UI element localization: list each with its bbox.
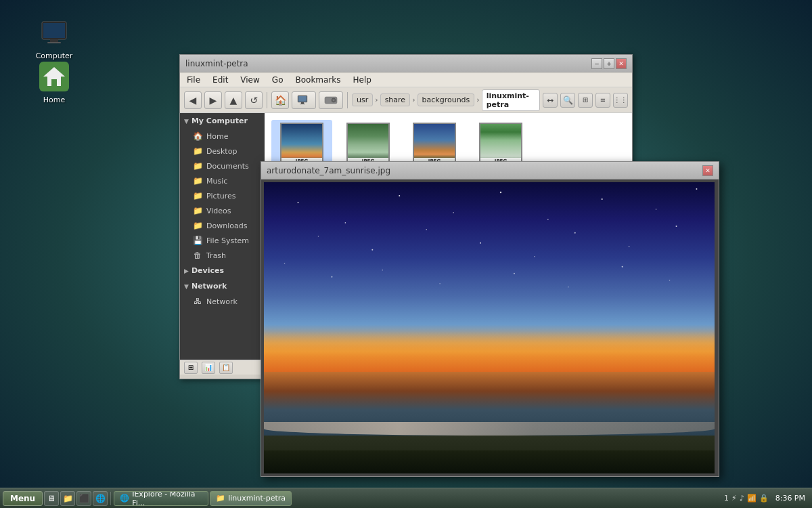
- menu-go[interactable]: Go: [269, 75, 286, 85]
- system-clock: 8:36 PM: [771, 494, 809, 503]
- svg-rect-2: [50, 39, 58, 42]
- sidebar-item-documents[interactable]: 📁 Documents: [180, 158, 265, 173]
- list-view-button[interactable]: ≡: [595, 93, 610, 108]
- filemanager-titlebar: linuxmint-petra − + ✕: [180, 55, 632, 72]
- svg-point-34: [514, 273, 515, 274]
- sidebar-section-mycomputer[interactable]: ▼ My Computer: [180, 113, 265, 129]
- menu-bookmarks[interactable]: Bookmarks: [292, 75, 343, 85]
- path-mode-button[interactable]: ↔: [543, 93, 558, 108]
- icon-view-button[interactable]: ⊞: [578, 93, 593, 108]
- taskbar: Menu 🖥 📁 ⬛ 🌐 🌐 IExplore - Mozilla Fi... …: [0, 488, 812, 508]
- viewer-window-controls: ✕: [702, 165, 713, 176]
- toolbar: ◀ ▶ ▲ ↺ 🏠 usr › share › backgrounds › li…: [180, 87, 632, 113]
- svg-point-23: [371, 249, 373, 251]
- sidebar-item-videos[interactable]: 📁 Videos: [180, 203, 265, 218]
- desktop-icon-computer[interactable]: Computer: [27, 14, 81, 63]
- taskbar-sep-1: [110, 492, 111, 505]
- tray-network[interactable]: 📶: [747, 494, 757, 503]
- svg-point-22: [318, 236, 319, 237]
- status-btn-1[interactable]: ⊞: [184, 362, 198, 374]
- taskbar-terminal[interactable]: ⬛: [76, 491, 91, 506]
- compact-view-button[interactable]: ⋮⋮: [613, 93, 628, 108]
- taskbar-window-iexplore[interactable]: 🌐 IExplore - Mozilla Fi...: [114, 491, 208, 506]
- toolbar-separator-2: [347, 92, 348, 108]
- sidebar-item-filesystem[interactable]: 💾 File System: [180, 233, 265, 248]
- svg-point-12: [333, 100, 334, 101]
- taskbar-browser[interactable]: 🌐: [93, 491, 108, 506]
- refresh-button[interactable]: ↺: [245, 91, 263, 109]
- home-button[interactable]: 🏠: [271, 91, 289, 109]
- tray-volume[interactable]: ♪: [740, 494, 744, 503]
- loc-backgrounds[interactable]: backgrounds: [418, 93, 475, 106]
- viewer-close-button[interactable]: ✕: [702, 165, 713, 176]
- svg-point-28: [629, 246, 630, 247]
- svg-point-37: [669, 280, 671, 281]
- computer-button[interactable]: [292, 91, 316, 109]
- svg-point-19: [602, 198, 603, 200]
- back-button[interactable]: ◀: [184, 91, 202, 109]
- svg-point-33: [439, 283, 441, 284]
- tray-bluetooth[interactable]: ⚡: [731, 494, 737, 503]
- search-button[interactable]: 🔍: [560, 93, 575, 108]
- taskbar-window-filemanager[interactable]: 📁 linuxmint-petra: [210, 491, 292, 506]
- sidebar-item-downloads[interactable]: 📁 Downloads: [180, 218, 265, 233]
- desktop-icon-home[interactable]: Home: [27, 58, 81, 107]
- svg-rect-9: [300, 104, 305, 104]
- svg-point-30: [284, 263, 286, 264]
- file-thumb-1: JPEG: [346, 123, 390, 166]
- sidebar: ▼ My Computer 🏠 Home 📁 Desktop 📁 Documen…: [180, 113, 265, 360]
- taskbar-files[interactable]: 📁: [60, 491, 75, 506]
- viewer-title: arturodonate_7am_sunrise.jpg: [267, 166, 390, 175]
- svg-point-15: [399, 195, 400, 196]
- menubar: File Edit View Go Bookmarks Help: [180, 72, 632, 87]
- svg-point-25: [480, 242, 481, 244]
- minimize-button[interactable]: −: [591, 58, 602, 69]
- sidebar-item-home[interactable]: 🏠 Home: [180, 129, 265, 144]
- menu-edit[interactable]: Edit: [210, 75, 231, 85]
- sidebar-item-pictures[interactable]: 📁 Pictures: [180, 188, 265, 203]
- menu-file[interactable]: File: [184, 75, 203, 85]
- svg-rect-3: [47, 42, 61, 43]
- svg-point-20: [656, 209, 657, 210]
- svg-point-26: [534, 256, 535, 257]
- svg-point-14: [345, 222, 346, 224]
- svg-point-18: [547, 219, 549, 220]
- svg-point-13: [298, 202, 299, 203]
- loc-share[interactable]: share: [380, 93, 411, 106]
- music-folder-icon: 📁: [192, 175, 203, 186]
- sidebar-item-desktop[interactable]: 📁 Desktop: [180, 144, 265, 158]
- menu-help[interactable]: Help: [351, 75, 374, 85]
- maximize-button[interactable]: +: [604, 58, 614, 69]
- taskbar-show-desktop[interactable]: 🖥: [44, 491, 59, 506]
- sidebar-item-music[interactable]: 📁 Music: [180, 173, 265, 188]
- file-thumb-0: JPEG: [280, 123, 323, 166]
- drive-button[interactable]: [319, 91, 343, 109]
- file-thumb-3: JPEG: [479, 123, 522, 166]
- svg-rect-1: [43, 23, 65, 38]
- documents-folder-icon: 📁: [192, 161, 203, 171]
- wave: [264, 422, 715, 436]
- up-button[interactable]: ▲: [225, 91, 242, 109]
- loc-linuxmint-petra[interactable]: linuxmint-petra: [482, 89, 540, 111]
- viewer-titlebar: arturodonate_7am_sunrise.jpg ✕: [261, 162, 719, 179]
- sidebar-section-network[interactable]: ▼ Network: [180, 278, 265, 294]
- sidebar-item-network[interactable]: 🖧 Network: [180, 294, 265, 309]
- status-btn-2[interactable]: 📊: [202, 362, 215, 374]
- status-btn-3[interactable]: 📋: [219, 362, 233, 374]
- forward-button[interactable]: ▶: [204, 91, 222, 109]
- home-folder-icon: 🏠: [192, 131, 203, 142]
- tray-security[interactable]: 🔒: [759, 494, 769, 503]
- menu-view[interactable]: View: [238, 75, 262, 85]
- sidebar-section-devices[interactable]: ▶ Devices: [180, 263, 265, 278]
- toolbar-right-icons: ↔ 🔍 ⊞ ≡ ⋮⋮: [543, 93, 628, 108]
- desktop: Computer Home linuxmint-petra − + ✕ File…: [0, 0, 812, 508]
- menu-button[interactable]: Menu: [3, 491, 43, 506]
- window-controls: − + ✕: [591, 58, 627, 69]
- computer-icon: [38, 16, 70, 49]
- svg-point-32: [382, 270, 383, 271]
- loc-usr[interactable]: usr: [352, 93, 373, 106]
- close-button[interactable]: ✕: [616, 58, 627, 69]
- sidebar-item-trash[interactable]: 🗑 Trash: [180, 248, 265, 263]
- tray-1[interactable]: 1: [724, 494, 729, 503]
- locationbar: usr › share › backgrounds › linuxmint-pe…: [352, 91, 540, 110]
